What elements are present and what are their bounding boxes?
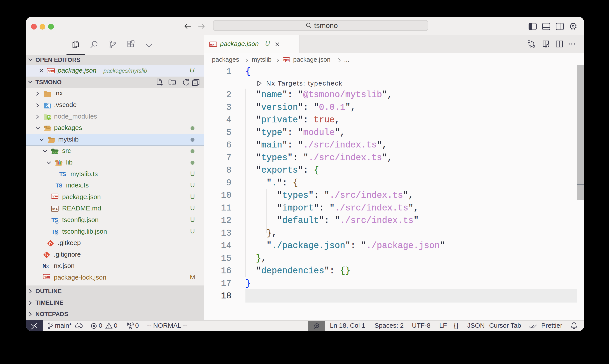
svg-text:JS: JS	[48, 116, 51, 119]
svg-text:M: M	[52, 207, 55, 211]
svg-text:npm: npm	[210, 42, 216, 46]
svg-text:TS: TS	[59, 171, 66, 177]
svg-text:N: N	[42, 263, 46, 269]
svg-text:TS: TS	[52, 228, 58, 235]
svg-text:TS: TS	[52, 217, 58, 223]
svg-text:npm: npm	[43, 275, 50, 278]
svg-text:npm: npm	[48, 69, 54, 73]
svg-text:x: x	[46, 263, 49, 269]
svg-text:npm: npm	[52, 194, 58, 198]
svg-text:TS: TS	[56, 182, 62, 189]
svg-text:npm: npm	[283, 58, 290, 62]
svg-text:</>: </>	[53, 151, 58, 155]
